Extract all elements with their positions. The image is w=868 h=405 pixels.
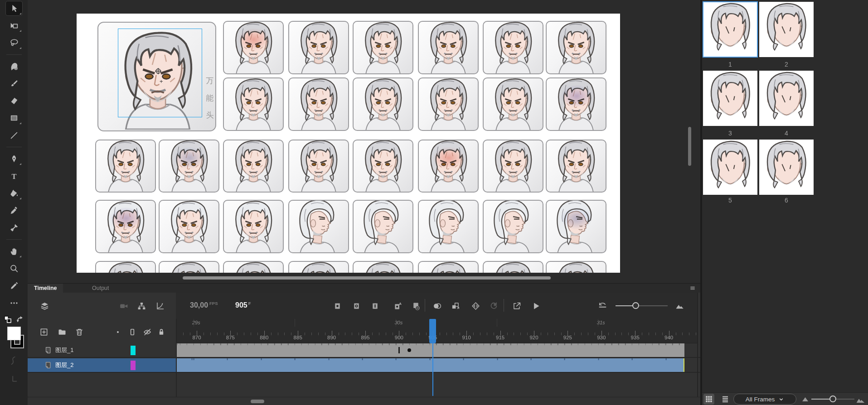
highlight-dot-icon[interactable] [112, 326, 124, 338]
expression-cell[interactable] [353, 21, 413, 74]
expression-cell[interactable] [353, 200, 413, 253]
expression-cell[interactable] [95, 140, 156, 193]
expression-cell[interactable] [483, 261, 543, 273]
edit-multiple-frames-icon[interactable] [449, 299, 461, 312]
eyedropper-tool[interactable] [6, 203, 22, 217]
frame-view-icon[interactable] [673, 299, 686, 312]
stage-vscrollbar[interactable] [688, 127, 691, 166]
frame-thumbnail[interactable] [703, 2, 757, 57]
expression-cell[interactable] [418, 140, 479, 193]
layer-row[interactable]: 图层_1 [28, 343, 176, 357]
expression-cell[interactable] [288, 77, 349, 131]
expression-cell[interactable] [353, 140, 413, 193]
timeline-zoom-track-rest[interactable] [637, 305, 668, 306]
blank-keyframe-icon[interactable] [350, 299, 363, 312]
frame-thumbnail[interactable] [759, 71, 814, 126]
expression-cell[interactable] [223, 21, 284, 74]
expression-cell[interactable] [288, 140, 349, 193]
expression-cell[interactable] [288, 200, 349, 253]
selection-tool[interactable] [6, 1, 22, 15]
stage-hscrollbar[interactable] [183, 276, 551, 280]
remove-frame-icon[interactable] [409, 299, 422, 312]
expression-cell[interactable] [546, 21, 606, 74]
layer-track[interactable] [176, 358, 684, 372]
expression-cell[interactable] [223, 77, 284, 131]
expression-cell[interactable] [483, 200, 543, 253]
expression-cell[interactable] [288, 261, 349, 273]
insert-keyframe-icon[interactable] [331, 299, 344, 312]
expression-cell[interactable] [353, 261, 413, 273]
frame-thumbnail[interactable] [703, 140, 757, 195]
visibility-column-icon[interactable] [141, 326, 153, 338]
onion-skin-icon[interactable] [431, 299, 443, 312]
playhead-marker[interactable] [429, 319, 436, 343]
frames-filter-dropdown[interactable]: All Frames [733, 394, 796, 405]
layer-stack-icon[interactable] [38, 299, 51, 312]
pencil-tool[interactable] [6, 279, 22, 293]
text-tool[interactable]: T [6, 169, 22, 183]
delete-layer-icon[interactable] [73, 326, 85, 338]
expression-cell[interactable] [546, 200, 606, 253]
grid-view-icon[interactable] [703, 394, 714, 405]
expression-cell[interactable] [223, 261, 284, 273]
current-frame-value[interactable]: 905F [235, 301, 251, 309]
auto-keyframe-icon[interactable]: A [391, 299, 404, 312]
outline-column-icon[interactable] [126, 326, 138, 338]
fill-color-swatch[interactable] [7, 327, 21, 340]
zoom-in-icon[interactable] [856, 395, 865, 404]
add-folder-icon[interactable] [56, 326, 68, 338]
expression-cell[interactable] [95, 261, 156, 273]
lasso-tool[interactable] [6, 36, 22, 50]
expression-cell[interactable] [546, 77, 606, 131]
expression-cell[interactable] [353, 77, 413, 131]
expression-cell[interactable] [418, 261, 479, 273]
rotate-icon[interactable] [487, 299, 500, 312]
expression-cell[interactable] [483, 77, 543, 131]
rectangle-tool[interactable] [6, 111, 22, 125]
lock-column-icon[interactable] [155, 326, 167, 338]
graph-editor-icon[interactable] [154, 299, 166, 312]
timeline-zoom-knob[interactable] [632, 302, 639, 309]
zoom-tool[interactable] [6, 261, 22, 275]
panel-menu-icon[interactable] [689, 284, 697, 293]
line-tool[interactable] [6, 128, 22, 142]
parenting-icon[interactable] [135, 299, 148, 312]
subselection-tool[interactable] [6, 19, 22, 33]
expression-cell[interactable] [546, 261, 606, 273]
expression-cell[interactable] [95, 200, 156, 253]
expression-cell[interactable] [418, 77, 479, 131]
paint-bucket-tool[interactable] [6, 186, 22, 200]
stage[interactable]: + 万能头 [77, 14, 620, 273]
fps-value[interactable]: 30,00FPS [190, 301, 218, 309]
expression-cell[interactable] [418, 21, 479, 74]
expression-cell[interactable] [418, 200, 479, 253]
expression-cell[interactable] [223, 200, 284, 253]
expression-cell[interactable] [159, 200, 219, 253]
frame-thumbnail[interactable] [759, 140, 814, 195]
hand-tool[interactable] [6, 244, 22, 258]
camera-icon[interactable] [117, 299, 130, 312]
expression-cell[interactable] [288, 21, 349, 74]
layer-track[interactable] [176, 343, 684, 357]
tab-timeline[interactable]: Timeline [28, 284, 63, 293]
frame-ruler[interactable]: 29s30s31s8708758808858908959009059109159… [176, 319, 697, 343]
more-tool[interactable] [6, 296, 22, 310]
tab-output[interactable]: Output [86, 284, 116, 293]
zoom-out-icon[interactable] [802, 397, 808, 402]
expression-cell[interactable] [483, 21, 543, 74]
timeline-hscrollbar[interactable] [251, 400, 264, 403]
loop-icon[interactable] [510, 299, 523, 312]
frame-thumbnail[interactable] [759, 2, 814, 57]
fluid-brush-tool[interactable] [6, 59, 22, 73]
play-icon[interactable] [529, 299, 542, 312]
asset-warp-tool[interactable] [6, 221, 22, 235]
expression-cell[interactable] [159, 140, 219, 193]
pen-tool[interactable] [6, 152, 22, 166]
create-tween-icon[interactable] [469, 299, 482, 312]
expression-cell[interactable] [483, 140, 543, 193]
thumb-size-knob[interactable] [829, 395, 836, 402]
expression-cell[interactable] [546, 140, 606, 193]
expression-cell[interactable] [159, 261, 219, 273]
classic-brush-tool[interactable] [6, 77, 22, 91]
expression-cell[interactable] [223, 140, 284, 193]
